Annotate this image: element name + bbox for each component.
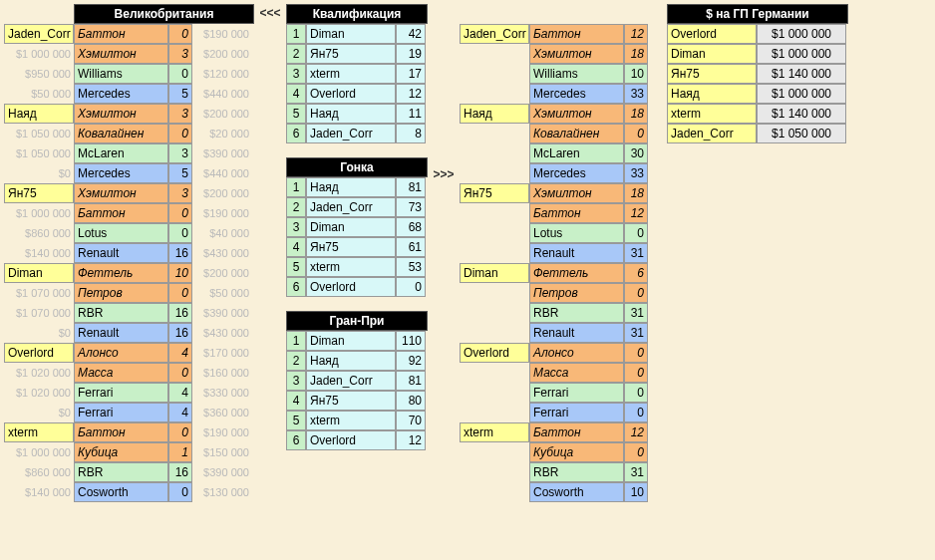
rank: 2 bbox=[286, 197, 306, 217]
entry-name: Хэмилтон bbox=[529, 44, 624, 64]
entry-points: 16 bbox=[168, 462, 192, 482]
money-row: Overlord$1 000 000 bbox=[667, 24, 848, 44]
rank: 1 bbox=[286, 177, 306, 197]
entry-points: 16 bbox=[168, 303, 192, 323]
money-right: $150 000 bbox=[192, 442, 252, 462]
rank-name: xterm bbox=[306, 64, 396, 84]
entry-name: Williams bbox=[74, 64, 168, 84]
rank-row: 1Diman42 bbox=[286, 24, 428, 44]
money-left: $950 000 bbox=[4, 64, 74, 84]
player-name: Overlord bbox=[4, 343, 74, 363]
rank-row: 1Наяд81 bbox=[286, 177, 428, 197]
right-row: xtermБаттон12 bbox=[460, 422, 649, 442]
money-right: $190 000 bbox=[192, 24, 252, 44]
money-left: $0 bbox=[4, 323, 74, 343]
spacer bbox=[460, 163, 529, 183]
rank-points: 81 bbox=[396, 177, 426, 197]
gb-row: $140 000Renault16$430 000 bbox=[4, 243, 254, 263]
right-row: RBR31 bbox=[460, 303, 649, 323]
money-row: Diman$1 000 000 bbox=[667, 44, 848, 64]
entry-points: 0 bbox=[624, 343, 648, 363]
entry-points: 18 bbox=[624, 183, 648, 203]
entry-name: RBR bbox=[529, 462, 624, 482]
player-name: Наяд bbox=[4, 104, 74, 124]
gb-row: $1 050 000McLaren3$390 000 bbox=[4, 143, 254, 163]
entry-name: Mercedes bbox=[529, 163, 624, 183]
right-row: McLaren30 bbox=[460, 143, 649, 163]
rank-row: 2Jaden_Corr73 bbox=[286, 197, 428, 217]
entry-points: 3 bbox=[168, 143, 192, 163]
money-right: $200 000 bbox=[192, 263, 252, 283]
rank-row: 4Overlord12 bbox=[286, 84, 428, 104]
player-name: Ян75 bbox=[460, 183, 529, 203]
rank-points: 11 bbox=[396, 104, 426, 124]
middle-tables: Квалификация 1Diman422Ян75193xterm174Ove… bbox=[286, 4, 428, 450]
money-left: $1 050 000 bbox=[4, 143, 74, 163]
entry-name: Кубица bbox=[529, 442, 624, 462]
money-name: Ян75 bbox=[667, 64, 757, 84]
spacer bbox=[460, 223, 529, 243]
money-name: Overlord bbox=[667, 24, 757, 44]
money-value: $1 140 000 bbox=[757, 104, 846, 124]
entry-name: Ferrari bbox=[529, 403, 624, 422]
rank-row: 2Ян7519 bbox=[286, 44, 428, 64]
money-right: $430 000 bbox=[192, 243, 252, 263]
rank: 4 bbox=[286, 84, 306, 104]
gb-row: $1 070 000RBR16$390 000 bbox=[4, 303, 254, 323]
rank-points: 0 bbox=[396, 277, 426, 297]
right-row: Ferrari0 bbox=[460, 403, 649, 422]
spacer bbox=[460, 403, 529, 422]
spacer bbox=[460, 442, 529, 462]
entry-points: 0 bbox=[624, 124, 648, 143]
rank-name: Ян75 bbox=[306, 237, 396, 257]
right-row: OverlordАлонсо0 bbox=[460, 343, 649, 363]
entry-points: 0 bbox=[624, 363, 648, 383]
money-row: Наяд$1 000 000 bbox=[667, 84, 848, 104]
qual-header: Квалификация bbox=[286, 4, 428, 24]
rank-points: 110 bbox=[396, 331, 426, 351]
right-table: Jaden_CorrБаттон12Хэмилтон18Williams10Me… bbox=[460, 4, 649, 502]
rank-points: 17 bbox=[396, 64, 426, 84]
money-value: $1 140 000 bbox=[757, 64, 846, 84]
rank-name: Ян75 bbox=[306, 391, 396, 411]
money-right: $330 000 bbox=[192, 383, 252, 403]
entry-name: RBR bbox=[74, 303, 168, 323]
right-row: Renault31 bbox=[460, 243, 649, 263]
money-value: $1 050 000 bbox=[757, 124, 846, 143]
rank: 5 bbox=[286, 411, 306, 430]
money-left: $50 000 bbox=[4, 84, 74, 104]
entry-name: Хэмилтон bbox=[74, 104, 168, 124]
entry-points: 4 bbox=[168, 343, 192, 363]
rank-points: 61 bbox=[396, 237, 426, 257]
rank-row: 6Jaden_Corr8 bbox=[286, 124, 428, 143]
money-name: Jaden_Corr bbox=[667, 124, 757, 143]
rank: 4 bbox=[286, 391, 306, 411]
rank-points: 12 bbox=[396, 84, 426, 104]
gb-row: $140 000Cosworth0$130 000 bbox=[4, 482, 254, 502]
entry-points: 6 bbox=[624, 263, 648, 283]
rank-name: Diman bbox=[306, 331, 396, 351]
rank-row: 5xterm70 bbox=[286, 411, 428, 430]
entry-name: Алонсо bbox=[529, 343, 624, 363]
entry-points: 18 bbox=[624, 44, 648, 64]
entry-name: Ковалайнен bbox=[529, 124, 624, 143]
spacer bbox=[460, 124, 529, 143]
gb-row: Ян75Хэмилтон3$200 000 bbox=[4, 183, 254, 203]
money-name: Diman bbox=[667, 44, 757, 64]
gb-row: $1 000 000Кубица1$150 000 bbox=[4, 442, 254, 462]
right-row: Mercedes33 bbox=[460, 84, 649, 104]
entry-name: Хэмилтон bbox=[74, 44, 168, 64]
rank-name: Наяд bbox=[306, 351, 396, 371]
player-name: xterm bbox=[4, 422, 74, 442]
rank-name: Diman bbox=[306, 217, 396, 237]
money-right: $390 000 bbox=[192, 462, 252, 482]
entry-name: Lotus bbox=[529, 223, 624, 243]
rank-row: 3xterm17 bbox=[286, 64, 428, 84]
rank-row: 5xterm53 bbox=[286, 257, 428, 277]
rank-name: Ян75 bbox=[306, 44, 396, 64]
player-name: Наяд bbox=[460, 104, 529, 124]
money-left: $0 bbox=[4, 403, 74, 422]
rank-points: 68 bbox=[396, 217, 426, 237]
entry-points: 12 bbox=[624, 422, 648, 442]
entry-points: 0 bbox=[624, 223, 648, 243]
